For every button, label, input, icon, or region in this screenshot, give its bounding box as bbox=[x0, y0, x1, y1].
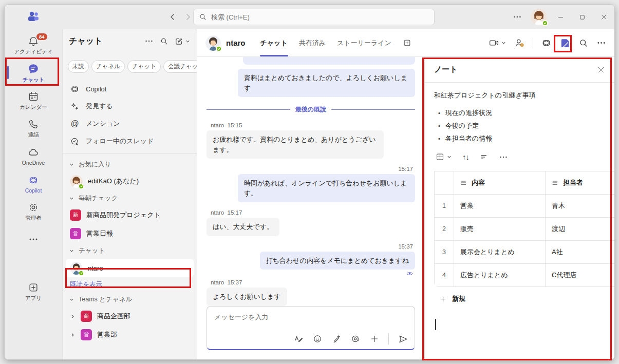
search-input[interactable] bbox=[211, 13, 429, 21]
chat-more-icon[interactable] bbox=[596, 38, 606, 48]
minimize-icon[interactable] bbox=[550, 5, 571, 29]
chat-item-new-product-project[interactable]: 新 新商品開発プロジェクト bbox=[63, 206, 197, 224]
table-row: 2 販売 渡辺 bbox=[435, 218, 615, 241]
send-icon[interactable] bbox=[398, 334, 408, 344]
message-bubble-outgoing: 資料はまとめておきましたので、よろしくお願いします bbox=[238, 69, 415, 97]
tab-shared[interactable]: 共有済み bbox=[293, 29, 331, 56]
rail-label: アプリ bbox=[25, 295, 42, 302]
cell-owner[interactable]: 渡辺 bbox=[546, 218, 615, 241]
sidebar-item-activity[interactable]: アクティビティ 84 bbox=[5, 31, 62, 59]
sidebar-item-calendar[interactable]: カレンダー bbox=[5, 87, 62, 114]
sidebar-item-copilot[interactable]: Copilot bbox=[5, 170, 62, 198]
chat-header: ntaro チャット 共有済み ストーリーライン bbox=[197, 29, 614, 57]
sidebar-item-apps[interactable]: アプリ bbox=[5, 278, 62, 305]
chat-search-icon[interactable] bbox=[578, 38, 589, 48]
notes-close-icon[interactable] bbox=[597, 66, 605, 74]
rail-more-icon[interactable] bbox=[5, 225, 62, 253]
chat-item-sales-daily[interactable]: 営 営業日報 bbox=[63, 224, 197, 243]
section-morning-check[interactable]: 毎朝チェック bbox=[63, 190, 197, 206]
chat-filter-search-icon[interactable] bbox=[160, 37, 168, 46]
message-bubble-incoming: はい、大丈夫です。 bbox=[207, 218, 279, 236]
add-people-icon[interactable] bbox=[514, 37, 525, 48]
notes-bullet[interactable]: • 現在の進捗状況 bbox=[434, 106, 614, 119]
message-input[interactable]: メッセージを入力 bbox=[207, 306, 415, 350]
global-search[interactable] bbox=[193, 9, 435, 25]
new-chat-button[interactable] bbox=[175, 37, 191, 46]
chat-item-editkao[interactable]: editKaO (あなた) bbox=[63, 172, 197, 190]
video-call-button[interactable] bbox=[489, 37, 507, 48]
chat-list-title: チャット bbox=[69, 36, 138, 47]
filter-pill-chats[interactable]: チャット bbox=[127, 60, 161, 73]
sidebar-item-calls[interactable]: 通話 bbox=[5, 114, 62, 142]
team-item-product-planning[interactable]: 商 商品企画部 bbox=[63, 307, 197, 325]
app-rail: アクティビティ 84 チャット カレンダー 通話 OneDrive Cop bbox=[5, 29, 62, 359]
close-icon[interactable] bbox=[593, 5, 614, 29]
list-item-copilot[interactable]: Copilot bbox=[63, 80, 197, 98]
maximize-icon[interactable] bbox=[571, 5, 593, 29]
rail-label: カレンダー bbox=[20, 104, 47, 111]
notes-heading[interactable]: 和紅茶プロジェクトの引継ぎ事項 bbox=[434, 91, 614, 100]
team-avatar: 新 bbox=[70, 209, 81, 221]
filter-pill-meeting-chats[interactable]: 会議チャット bbox=[163, 60, 197, 73]
cell-owner[interactable]: A社 bbox=[546, 241, 615, 264]
format-icon[interactable] bbox=[293, 334, 304, 344]
cell-content[interactable]: 営業 bbox=[454, 195, 546, 218]
at-icon: @ bbox=[70, 119, 80, 128]
tab-storyline[interactable]: ストーリーライン bbox=[331, 29, 397, 56]
copilot-icon bbox=[70, 84, 80, 94]
cell-owner[interactable]: C代理店 bbox=[546, 264, 615, 287]
peer-avatar[interactable] bbox=[205, 35, 221, 51]
rail-label: Copilot bbox=[25, 187, 42, 194]
add-row-button[interactable]: 新規 bbox=[439, 294, 614, 303]
chat-list-more-icon[interactable] bbox=[144, 36, 154, 46]
back-icon[interactable] bbox=[169, 13, 176, 21]
message-meta: ntaro 15:15 bbox=[209, 122, 242, 128]
tab-chat[interactable]: チャット bbox=[255, 29, 293, 56]
rewrite-pen-icon[interactable] bbox=[331, 334, 342, 344]
add-tab-button[interactable] bbox=[397, 29, 417, 56]
sidebar-item-chat[interactable]: チャット bbox=[5, 59, 62, 87]
column-header-content: 内容 bbox=[472, 178, 485, 187]
admin-icon bbox=[28, 202, 39, 213]
cell-content[interactable]: 広告とりまとめ bbox=[454, 264, 546, 287]
seen-indicator-icon bbox=[406, 271, 413, 276]
message-meta: ntaro 15:37 bbox=[209, 279, 242, 285]
table-tool-button[interactable] bbox=[435, 152, 452, 162]
loop-icon[interactable] bbox=[350, 334, 361, 344]
chat-main: ntaro チャット 共有済み ストーリーライン bbox=[197, 29, 614, 359]
rail-label: 管理者 bbox=[25, 215, 42, 222]
filter-pill-unread[interactable]: 未読 bbox=[68, 60, 89, 73]
cell-content[interactable]: 販売 bbox=[454, 218, 546, 241]
list-item-mentions[interactable]: @ メンション bbox=[63, 115, 197, 132]
notes-bullet[interactable]: • 今後の予定 bbox=[434, 119, 614, 132]
notes-panel: ノート 和紅茶プロジェクトの引継ぎ事項 • 現在の進捗状況 • 今後の予定 bbox=[424, 57, 614, 359]
table-row: 4 広告とりまとめ C代理店 bbox=[435, 264, 615, 287]
section-teams-channels[interactable]: Teams とチャネル bbox=[63, 292, 197, 307]
copilot-icon[interactable] bbox=[541, 37, 552, 48]
show-read-link[interactable]: 既読を表示 bbox=[63, 278, 197, 292]
message-bubble-outgoing: 時間があれば、オンラインで打ち合わせをお願いします。 bbox=[238, 174, 415, 202]
cell-content[interactable]: 展示会とりまとめ bbox=[454, 241, 546, 264]
chat-icon bbox=[27, 63, 40, 75]
notes-bullet[interactable]: • 各担当者の情報 bbox=[434, 132, 614, 145]
chat-item-ntaro[interactable]: ntaro bbox=[66, 259, 194, 277]
account-avatar[interactable] bbox=[528, 5, 550, 29]
filter-pill-channels[interactable]: チャネル bbox=[91, 60, 125, 73]
list-item-followed-threads[interactable]: フォロー中のスレッド bbox=[63, 132, 197, 150]
list-item-discover[interactable]: 発見する bbox=[63, 98, 197, 115]
sidebar-item-admin[interactable]: 管理者 bbox=[5, 198, 62, 225]
notes-icon[interactable] bbox=[559, 37, 571, 49]
team-item-sales-dept[interactable]: 営 営業部 bbox=[63, 325, 197, 344]
plus-icon[interactable] bbox=[369, 334, 380, 344]
sidebar-item-onedrive[interactable]: OneDrive bbox=[5, 142, 62, 170]
forward-icon[interactable] bbox=[184, 13, 192, 21]
sort-icon[interactable]: ↑↓ bbox=[462, 152, 469, 161]
presence-available-icon bbox=[79, 184, 84, 189]
filter-icon[interactable] bbox=[479, 152, 489, 162]
cell-owner[interactable]: 青木 bbox=[546, 195, 615, 218]
emoji-icon[interactable] bbox=[312, 334, 323, 344]
notes-more-icon[interactable] bbox=[499, 152, 508, 162]
section-chat[interactable]: チャット bbox=[63, 243, 197, 258]
section-favorites[interactable]: お気に入り bbox=[63, 157, 197, 172]
settings-more-icon[interactable] bbox=[507, 5, 528, 29]
